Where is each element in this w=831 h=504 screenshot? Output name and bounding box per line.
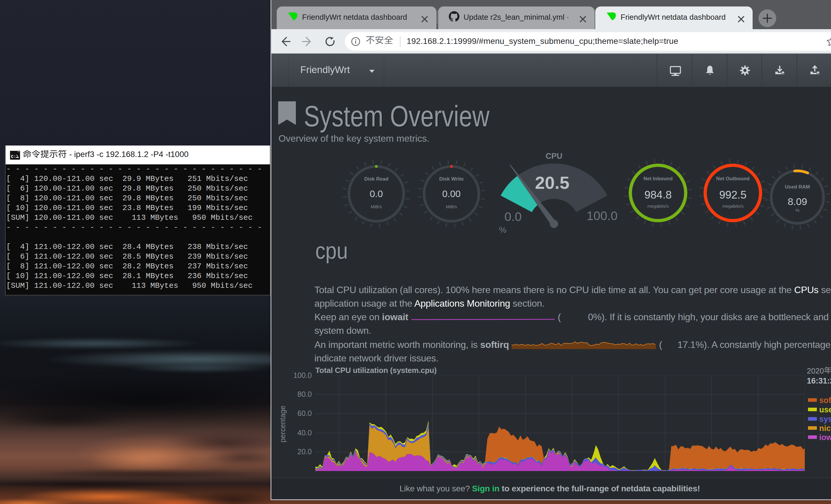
svg-text:C:\: C:\ (11, 154, 19, 159)
